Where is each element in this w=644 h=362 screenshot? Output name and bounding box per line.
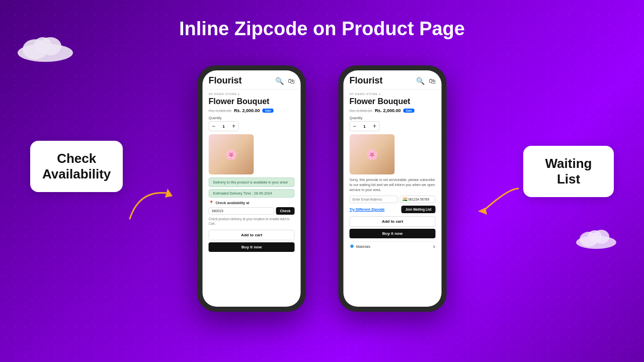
phone-2-materials-chevron[interactable]: ∨ <box>433 244 436 249</box>
phone-1-qty-control: − 1 + <box>209 121 239 131</box>
phone-2-price-original: Rs. 3,000.00 <box>350 109 372 113</box>
phone-2-phone-number: 081234 56789 <box>409 198 430 201</box>
cloud-decoration-right <box>574 225 619 251</box>
phone-2-product-title: Flower Bouquet <box>350 97 436 106</box>
arrow-left <box>125 178 180 231</box>
phone-2-email-phone-row: 🇮🇳 081234 56789 <box>350 196 436 203</box>
phone-2-phone-input[interactable]: 🇮🇳 081234 56789 <box>400 196 436 203</box>
callout-check-availability: CheckAvailability <box>30 141 123 192</box>
phone-2-materials-label-group: 🔷 Materials <box>350 244 370 248</box>
phone-2-store-label: SP DEMO STORE 1 <box>350 93 436 96</box>
phone-1-availability-success: Delivery to this product is available in… <box>209 177 295 187</box>
phone-2-sorry-text: Sorry, this pincode is not serviceable, … <box>350 177 436 192</box>
phone-2-materials-label: Materials <box>356 245 370 248</box>
phone-2-materials-row: 🔷 Materials ∨ <box>350 241 436 249</box>
phone-1-price-row: Rs. 3,000.00 Rs. 2,000.00 Sale <box>209 108 295 113</box>
phone-1-price-current: Rs. 2,000.00 <box>234 108 260 113</box>
phone-1-check-row: 📍 Check availability at <box>209 201 295 205</box>
phone-1-product-image: 🌸 <box>209 134 254 174</box>
phone-1-store-name: Flourist <box>209 75 242 86</box>
phone-1-delivery-hint: Check product delivery at your location … <box>209 217 295 226</box>
phone-2-content: SP DEMO STORE 1 Flower Bouquet Rs. 3,000… <box>344 89 442 307</box>
phone-2-flag-icon: 🇮🇳 <box>403 197 408 202</box>
phone-1-price-original: Rs. 3,000.00 <box>209 109 231 113</box>
svg-marker-9 <box>478 208 487 215</box>
callout-waiting-list: WaitingList <box>523 146 614 197</box>
phone-2-try-different-link[interactable]: Try Different Zipcode <box>350 208 385 211</box>
phone-1-check-label: Check availability at <box>216 201 250 205</box>
callout-right-label: WaitingList <box>545 156 592 187</box>
page-title: Inline Zipcode on Product Page <box>0 0 644 40</box>
phone-2-cart-icon[interactable]: 🛍 <box>429 77 436 85</box>
phone-1-content: SP DEMO STORE 1 Flower Bouquet Rs. 3,000… <box>203 89 301 307</box>
phone-2-qty-label: Quantity <box>350 116 436 120</box>
phone-2-qty-value: 1 <box>359 124 370 129</box>
phone-1-check-button[interactable]: Check <box>276 207 294 215</box>
phone-2-sale-badge: Sale <box>403 109 414 113</box>
phone-2-qty-control: − 1 + <box>350 121 380 131</box>
phone-2-action-row: Try Different Zipcode Join Waiting List <box>350 206 436 213</box>
search-icon[interactable]: 🔍 <box>275 77 284 85</box>
phone-1: Flourist 🔍 🛍 SP DEMO STORE 1 Flower Bouq… <box>198 65 306 312</box>
phone-1-zipcode-input[interactable] <box>209 207 274 215</box>
phone-2-add-to-cart[interactable]: Add to cart <box>350 216 436 227</box>
phone-1-add-to-cart[interactable]: Add to cart <box>209 230 295 240</box>
phone-1-pin-icon: 📍 <box>209 201 214 205</box>
phone-2-search-icon[interactable]: 🔍 <box>416 77 425 85</box>
phones-container: Flourist 🔍 🛍 SP DEMO STORE 1 Flower Bouq… <box>198 65 447 312</box>
phone-2: Flourist 🔍 🛍 SP DEMO STORE 1 Flower Bouq… <box>339 65 447 312</box>
phone-2-product-image: 🌸 <box>350 134 395 174</box>
phone-1-store-label: SP DEMO STORE 1 <box>209 93 295 96</box>
phone-2-price-row: Rs. 3,000.00 Rs. 2,000.00 Sale <box>350 108 436 113</box>
phone-1-qty-plus[interactable]: + <box>229 122 238 131</box>
phone-2-email-input[interactable] <box>350 196 398 203</box>
phone-1-buy-now[interactable]: Buy it now <box>209 242 295 252</box>
phone-2-materials-icon: 🔷 <box>350 244 354 248</box>
phone-1-qty-label: Quantity <box>209 116 295 120</box>
phone-2-join-waiting-button[interactable]: Join Waiting List <box>401 206 436 213</box>
phone-2-qty-minus[interactable]: − <box>350 122 359 131</box>
phone-2-price-current: Rs. 2,000.00 <box>375 108 401 113</box>
arrow-right <box>468 178 523 231</box>
phone-1-screen: Flourist 🔍 🛍 SP DEMO STORE 1 Flower Bouq… <box>203 70 301 307</box>
svg-point-7 <box>588 230 602 242</box>
phone-1-qty-value: 1 <box>218 124 229 129</box>
phone-1-header: Flourist 🔍 🛍 <box>203 70 301 89</box>
phone-2-buy-now[interactable]: Buy it now <box>350 229 436 238</box>
phone-2-qty-plus[interactable]: + <box>370 122 379 131</box>
phone-2-header-icons: 🔍 🛍 <box>416 77 436 85</box>
phone-2-store-name: Flourist <box>350 75 383 86</box>
callout-left-label: CheckAvailability <box>42 151 111 182</box>
phone-1-zipcode-row: Check <box>209 207 295 215</box>
phone-1-header-icons: 🔍 🛍 <box>275 77 295 85</box>
phone-2-header: Flourist 🔍 🛍 <box>344 70 442 89</box>
phone-1-sale-badge: Sale <box>262 109 273 113</box>
phone-2-screen: Flourist 🔍 🛍 SP DEMO STORE 1 Flower Bouq… <box>344 70 442 307</box>
cart-icon[interactable]: 🛍 <box>288 77 295 85</box>
phone-1-delivery-time: Estimated Delivery Time : 28-05-2024 <box>209 189 295 198</box>
phone-1-qty-minus[interactable]: − <box>209 122 218 131</box>
phone-1-product-title: Flower Bouquet <box>209 97 295 106</box>
